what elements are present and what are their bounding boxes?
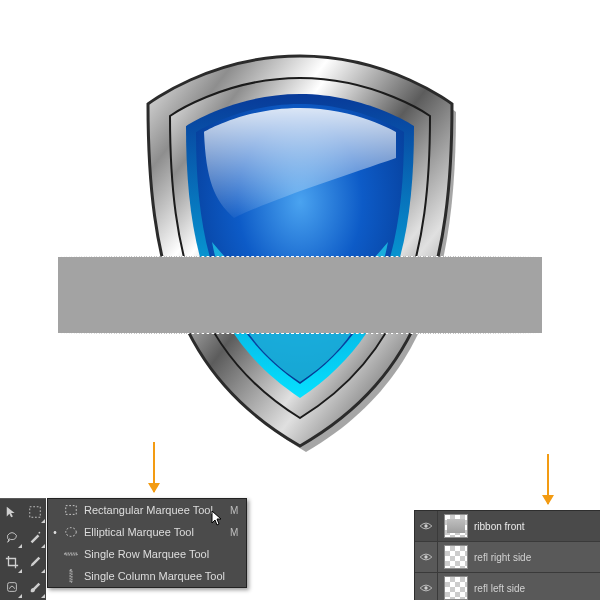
visibility-toggle[interactable] — [415, 542, 438, 572]
svg-point-1 — [38, 531, 40, 533]
svg-rect-6 — [70, 570, 72, 582]
layer-name: refl right side — [474, 552, 600, 563]
active-indicator-icon: • — [48, 527, 62, 538]
tools-panel — [0, 498, 46, 600]
flyout-item-label: Single Row Marquee Tool — [80, 548, 230, 560]
annotation-arrow-icon — [153, 442, 155, 492]
cursor-icon — [211, 510, 223, 526]
svg-rect-0 — [29, 506, 40, 517]
annotation-arrow-icon — [547, 454, 549, 504]
crop-tool[interactable] — [0, 549, 23, 574]
svg-rect-2 — [7, 582, 16, 591]
flyout-item-label: Elliptical Marquee Tool — [80, 526, 230, 538]
brush-tool[interactable] — [23, 574, 46, 599]
row-marquee-icon — [62, 545, 80, 563]
eye-icon — [419, 521, 433, 531]
canvas: Rectangular Marquee Tool M • Elliptical … — [0, 0, 600, 600]
lasso-tool[interactable] — [0, 524, 23, 549]
keyboard-shortcut: M — [230, 527, 246, 538]
flyout-item-single-column-marquee[interactable]: Single Column Marquee Tool — [48, 565, 246, 587]
visibility-toggle[interactable] — [415, 573, 438, 600]
ellipse-marquee-icon — [62, 523, 80, 541]
svg-point-8 — [424, 555, 427, 558]
layer-name: refl left side — [474, 583, 600, 594]
svg-point-7 — [424, 524, 427, 527]
layers-panel: ribbon front refl right side refl left s… — [414, 510, 600, 600]
col-marquee-icon — [62, 567, 80, 585]
layer-row[interactable]: refl left side — [415, 573, 600, 600]
layer-name: ribbon front — [474, 521, 600, 532]
layer-thumbnail — [444, 545, 468, 569]
marquee-tool[interactable] — [23, 499, 46, 524]
magic-wand-tool[interactable] — [23, 524, 46, 549]
layer-thumbnail — [444, 576, 468, 600]
eyedropper-tool[interactable] — [23, 549, 46, 574]
eye-icon — [419, 583, 433, 593]
layer-row[interactable]: refl right side — [415, 542, 600, 573]
flyout-item-label: Rectangular Marquee Tool — [80, 504, 230, 516]
svg-rect-3 — [66, 506, 77, 515]
layer-thumbnail — [444, 514, 468, 538]
visibility-toggle[interactable] — [415, 511, 438, 541]
eye-icon — [419, 552, 433, 562]
shield-graphic — [120, 50, 480, 460]
svg-point-4 — [66, 528, 77, 537]
svg-point-9 — [424, 586, 427, 589]
flyout-item-label: Single Column Marquee Tool — [80, 570, 230, 582]
rect-marquee-icon — [62, 501, 80, 519]
svg-rect-5 — [65, 553, 77, 555]
flyout-item-single-row-marquee[interactable]: Single Row Marquee Tool — [48, 543, 246, 565]
healing-brush-tool[interactable] — [0, 574, 23, 599]
keyboard-shortcut: M — [230, 505, 246, 516]
move-tool[interactable] — [0, 499, 23, 524]
rectangular-selection[interactable] — [58, 257, 542, 333]
layer-row[interactable]: ribbon front — [415, 511, 600, 542]
